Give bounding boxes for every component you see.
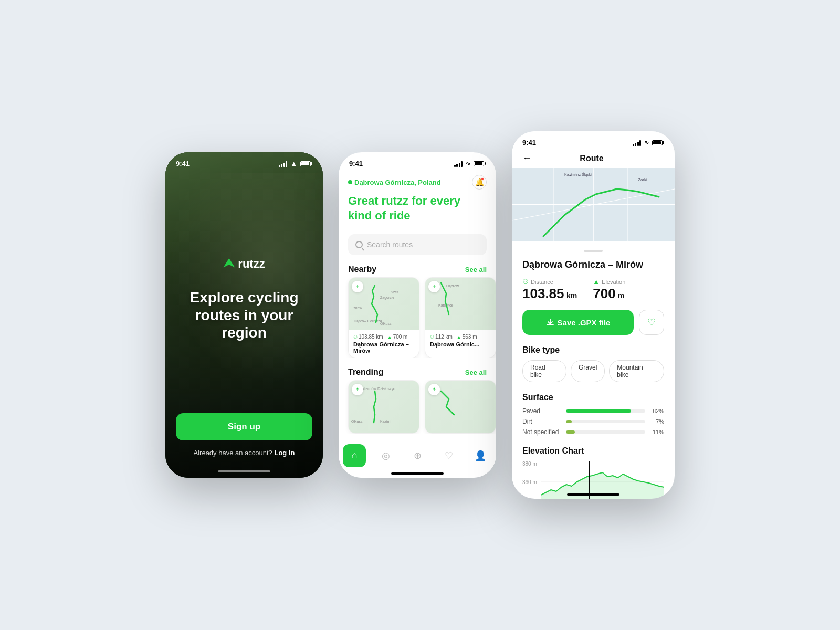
signal-icon-3 xyxy=(633,140,642,146)
login-link[interactable]: Log in xyxy=(274,449,295,457)
nearby-label: Nearby xyxy=(348,265,376,274)
svg-text:Kaẑimierz Śląski: Kaẑimierz Śląski xyxy=(564,172,592,177)
route-metrics: ⚇ Distance 103.85 km ▲ Elevation 700 xyxy=(522,278,664,300)
svg-text:Olkusz: Olkusz xyxy=(380,322,392,326)
home-header: Dąbrowa Górnicza, Poland 🔔 Great rutzz f… xyxy=(339,172,496,229)
share-btn-2[interactable] xyxy=(428,281,440,292)
signal-icon-2 xyxy=(454,161,463,167)
route-stats-2: ⚇ 112 km ▲ 563 m xyxy=(430,334,491,340)
home-indicator-1 xyxy=(218,470,270,472)
see-all-trending[interactable]: See all xyxy=(465,369,487,376)
svg-text:Zagorcie: Zagorcie xyxy=(380,296,394,300)
surface-fill-dirt xyxy=(566,420,572,423)
back-button[interactable]: ← xyxy=(522,153,532,164)
elevation-chart-section: Elevation Chart 380 m 360 m 340 m xyxy=(522,446,664,499)
nav-add[interactable]: ⊕ xyxy=(406,444,429,467)
signal-icon xyxy=(279,161,288,167)
elevation-stat-2: ▲ 563 m xyxy=(457,334,477,340)
elevation-y-mid: 360 m xyxy=(522,479,537,485)
trending-route-cards: Miechów Działoszyc Olkusz Kazimi xyxy=(339,380,496,434)
nav-home[interactable]: ⌂ xyxy=(343,444,366,467)
wifi-icon-2: ∿ xyxy=(466,160,470,167)
surface-fill-paved xyxy=(566,410,631,413)
save-gpx-button[interactable]: Save .GPX file xyxy=(522,310,634,335)
elevation-metric: ▲ Elevation 700 m xyxy=(593,278,625,300)
home-indicator-2 xyxy=(391,472,444,475)
surface-track-paved xyxy=(566,410,645,413)
distance-stat-1: ⚇ 103.85 km xyxy=(353,334,383,340)
elevation-label: ▲ Elevation xyxy=(593,278,625,286)
profile-icon: 👤 xyxy=(475,450,486,461)
compass-icon: ◎ xyxy=(382,450,390,461)
status-icons-1: ▲ xyxy=(279,160,312,167)
bike-tag-gravel[interactable]: Gravel xyxy=(571,360,605,382)
download-icon xyxy=(546,318,554,327)
elevation-chart-title: Elevation Chart xyxy=(522,446,664,456)
route-card-1[interactable]: Jzków Zagorcie Dąbrów.Górnicza Olkusz Sz… xyxy=(348,277,419,358)
status-icons-2: ∿ xyxy=(454,160,486,167)
login-prompt: Already have an account? Log in xyxy=(176,449,312,457)
share-btn-1[interactable] xyxy=(352,281,363,292)
trending-share-2[interactable] xyxy=(428,384,440,395)
surface-track-dirt xyxy=(566,420,645,423)
route-card-2[interactable]: Dąbrow. Katowice ⚇ xyxy=(425,277,496,358)
nearby-route-cards: Jzków Zagorcie Dąbrów.Górnicza Olkusz Sz… xyxy=(339,277,496,358)
phone-splash: 9:41 ▲ rutzz Explore cycling rou xyxy=(165,152,323,478)
route-card-info-1: ⚇ 103.85 km ▲ 700 m Dąbrowa Górnicza – M… xyxy=(349,330,419,358)
nav-profile[interactable]: 👤 xyxy=(469,444,492,467)
nearby-section-header: Nearby See all xyxy=(339,260,496,277)
route-card-info-2: ⚇ 112 km ▲ 563 m Dąbrowa Górnic... xyxy=(425,330,496,351)
trending-card-1[interactable]: Miechów Działoszyc Olkusz Kazimi xyxy=(348,380,419,434)
surface-title: Surface xyxy=(522,393,664,402)
surface-pct-notspec: 11% xyxy=(649,429,664,435)
signup-button[interactable]: Sign up xyxy=(176,413,312,440)
splash-tagline: Explore cycling routes in your region xyxy=(176,289,312,342)
notification-bell[interactable]: 🔔 xyxy=(472,175,487,190)
distance-icon: ⚇ xyxy=(522,278,529,286)
logo-icon xyxy=(223,258,235,270)
app-logo: rutzz xyxy=(223,257,265,271)
distance-stat-2: ⚇ 112 km xyxy=(430,334,453,340)
wifi-icon-1: ▲ xyxy=(290,160,297,167)
elevation-y-high: 380 m xyxy=(522,461,537,467)
status-bar-1: 9:41 ▲ xyxy=(165,160,323,167)
status-icons-3: ∿ xyxy=(633,139,665,146)
nav-compass[interactable]: ◎ xyxy=(374,444,397,467)
surface-fill-notspec xyxy=(566,430,575,434)
home-indicator-3 xyxy=(567,494,620,496)
heart-icon-detail: ♡ xyxy=(647,317,656,328)
surface-label-notspec: Not specified xyxy=(522,428,562,436)
svg-text:Szcz: Szcz xyxy=(391,290,399,294)
location-display: Dąbrowa Górnicza, Poland xyxy=(348,178,441,186)
trending-share-1[interactable] xyxy=(352,384,363,395)
bike-tag-road[interactable]: Road bike xyxy=(522,360,566,382)
trending-map-1: Miechów Działoszyc Olkusz Kazimi xyxy=(349,381,419,433)
route-stats-1: ⚇ 103.85 km ▲ 700 m xyxy=(353,334,414,340)
surface-section: Surface Paved 82% Dirt 7% xyxy=(522,393,664,436)
route-name-2: Dąbrowa Górnic... xyxy=(430,341,491,348)
svg-text:Olkusz: Olkusz xyxy=(351,419,363,423)
route-card-map-2: Dąbrow. Katowice xyxy=(425,278,496,330)
svg-text:Jzków: Jzków xyxy=(352,306,362,310)
surface-row-paved: Paved 82% xyxy=(522,407,664,415)
nav-favorites[interactable]: ♡ xyxy=(437,444,460,467)
battery-icon-1 xyxy=(300,161,312,166)
home-title: Great rutzz for every kind of ride xyxy=(348,194,487,223)
trending-map-2 xyxy=(425,381,496,433)
search-bar[interactable]: Search routes xyxy=(348,234,487,255)
battery-icon-3 xyxy=(652,140,664,145)
topbar-title: Route xyxy=(580,154,603,163)
search-icon xyxy=(355,241,363,248)
svg-text:Działoszyc: Działoszyc xyxy=(377,387,395,391)
status-bar-3: 9:41 ∿ xyxy=(512,131,675,151)
route-card-map-1: Jzków Zagorcie Dąbrów.Górnicza Olkusz Sz… xyxy=(349,278,419,330)
route-detail-title: Dąbrowa Górnicza – Mirów xyxy=(522,259,664,270)
see-all-nearby[interactable]: See all xyxy=(465,266,487,274)
bike-tag-mountain[interactable]: Mountain bike xyxy=(609,360,664,382)
elevation-value-row: 700 m xyxy=(593,287,625,300)
favorite-button[interactable]: ♡ xyxy=(639,310,664,335)
trending-card-2[interactable] xyxy=(425,380,496,434)
surface-label-paved: Paved xyxy=(522,407,562,415)
route-content: Dąbrowa Górnicza – Mirów ⚇ Distance 103.… xyxy=(512,242,675,499)
distance-label: ⚇ Distance xyxy=(522,278,577,286)
